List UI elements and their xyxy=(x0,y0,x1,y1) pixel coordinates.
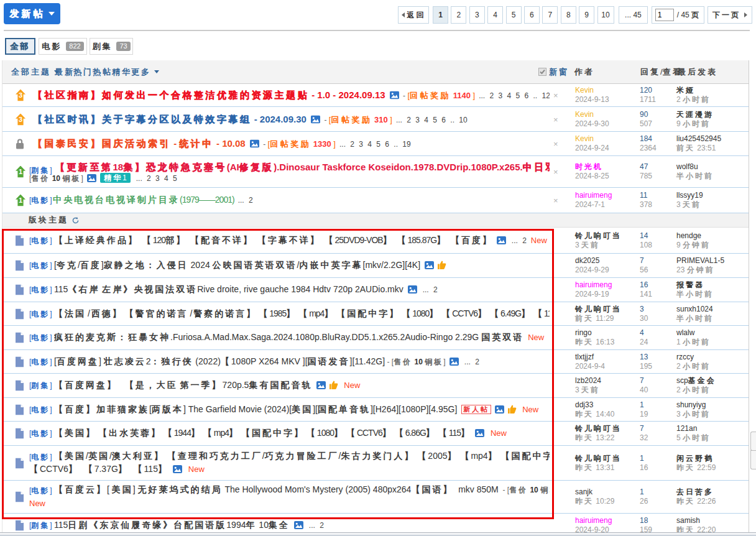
svg-text:1: 1 xyxy=(19,168,22,175)
svg-text:3: 3 xyxy=(19,91,22,99)
svg-text:1: 1 xyxy=(19,196,22,204)
svg-text:3: 3 xyxy=(19,115,22,122)
